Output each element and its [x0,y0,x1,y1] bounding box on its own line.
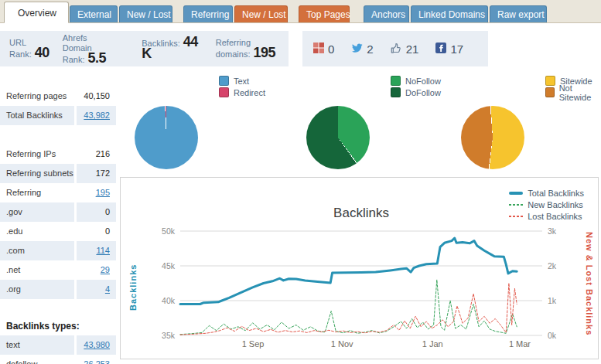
stat-label-line2: Rank:40 [9,48,50,60]
chart-legend-label: Total Backlinks [528,189,584,198]
chart-legend-new-backlinks: New Backlinks [509,199,584,210]
metric-label: .net [0,260,74,280]
chart-legend-label: New Backlinks [528,200,583,209]
stat-backlinks: Backlinks:44 K [142,31,203,66]
social-count-delicious: 0 [313,43,334,56]
stat-rank: URLRank:40 [9,31,50,66]
metric-value-link[interactable]: 43,982 [84,111,110,120]
metric-label: Total Backlinks [0,106,74,125]
metric-label: .edu [0,222,74,241]
metric-row-gov: .gov0 [0,202,116,222]
metric-value: 26,253 [77,355,116,364]
twitter-icon [351,43,363,55]
metric-value: 0 [77,202,116,222]
metric-row-referring-pages: Referring pages40,150 [0,87,116,106]
chart-legend-sample [509,216,523,217]
metric-value-link[interactable]: 43,980 [84,340,110,349]
pie-legend-follow-split: NoFollowDoFollow [391,75,441,98]
stat-value: 44 K [142,34,198,61]
social-counters-bar: 022117 [302,31,488,66]
series-lost-backlinks [180,284,517,335]
metric-row-org: .org4 [0,280,116,299]
legend-swatch [545,76,555,86]
metric-value-link[interactable]: 26,253 [84,359,110,364]
chart-title: Backlinks [180,206,542,221]
legend-swatch [391,87,401,97]
tab-top-pages[interactable]: Top Pages [299,5,350,22]
metric-label: dofollow [0,355,74,364]
metric-label: Referring pages [0,87,74,106]
left-axis-tick: 45k [162,261,176,270]
pie-legend-backlink-kind: TextRedirect [219,75,265,98]
metric-label: Referring domains [0,183,74,202]
metric-label: .gov [0,202,74,222]
legend-swatch [219,76,229,86]
legend-entry-nofollow: NoFollow [391,75,441,87]
legend-label: Not Sitewide [559,83,601,102]
metrics-sidebar: Referring pages40,150Total Backlinks43,9… [0,87,116,364]
left-axis-tick: 40k [162,296,176,305]
metric-row-net: .net29 [0,260,116,280]
legend-label: Redirect [234,88,265,97]
stat-domain-rank: AhrefsDomain Rank:5.5 [63,31,128,66]
stat-label-line2: domains:195 [216,48,275,60]
social-count-value: 21 [406,43,419,56]
tab-raw-export[interactable]: Raw export [490,5,547,22]
series-total-backlinks [180,238,517,304]
social-count-twitter: 2 [351,43,373,56]
metric-value-link[interactable]: 114 [96,246,110,255]
metric-value-link[interactable]: 29 [101,265,110,274]
metric-value: 4 [77,280,116,299]
right-axis-tick: 2k [548,261,557,270]
metric-row-referring-domains: Referring domains195 [0,183,116,202]
legend-entry-not-sitewide: Not Sitewide [545,87,601,98]
metric-value-link[interactable]: 4 [105,284,110,294]
stat-label-line2: Domain Rank:5.5 [63,43,128,65]
tab-new-lost[interactable]: New / Lost [234,5,288,22]
right-axis-tick: 0k [548,331,557,340]
metric-value: 114 [77,241,116,260]
legend-label: Text [234,77,249,86]
chart-legend-lost-backlinks: Lost Backlinks [509,210,584,222]
stat-label-line2: Backlinks:44 K [142,37,203,60]
legend-swatch [391,76,401,86]
tab-anchors[interactable]: Anchors [364,5,409,22]
metric-row-total-backlinks: Total Backlinks43,982 [0,106,116,125]
metric-label: Referring subnets [0,164,74,183]
legend-entry-text: Text [219,75,265,87]
tab-referring[interactable]: Referring [183,5,233,22]
metric-row-com: .com114 [0,241,116,260]
pie-legend-sitewide-split: SitewideNot Sitewide [545,75,601,98]
legend-label: DoFollow [405,88,441,97]
chart-legend-sample [509,204,523,206]
backlinks-chart: Backlinks Total BacklinksNew BacklinksLo… [120,177,599,359]
left-axis-label: Backlinks [128,264,138,311]
chart-legend-label: Lost Backlinks [528,212,582,221]
legend-swatch [545,87,555,97]
metric-value: 29 [77,260,116,280]
sidebar-gap [0,299,116,316]
legend-entry-dofollow: DoFollow [391,87,441,98]
legend-entry-redirect: Redirect [219,87,265,98]
x-axis-tick: 1 Sep [242,339,265,349]
delicious-icon [313,43,324,55]
chart-legend-total-backlinks: Total Backlinks [509,187,584,199]
social-count-like: 21 [391,43,419,56]
social-count-value: 17 [450,43,463,56]
tab-external[interactable]: External [70,5,118,22]
sidebar-gap [0,125,116,145]
metric-row-dofollow: dofollow26,253 [0,355,116,364]
tab-new-lost[interactable]: New / Lost [119,5,172,22]
metric-label: text [0,335,74,355]
metric-value-link[interactable]: 195 [96,188,110,197]
metric-row-referring-subnets: Referring subnets172 [0,164,116,183]
x-axis-tick: 1 Mar [509,339,531,349]
stat-domains: Referringdomains:195 [216,31,275,66]
sidebar-section-header: Backlinks types: [0,316,116,335]
social-count-value: 2 [367,43,373,56]
tab-overview[interactable]: Overview [4,2,69,23]
stat-value: 5.5 [88,50,107,66]
chart-legend-sample [509,192,523,195]
tab-linked-domains[interactable]: Linked Domains [411,5,488,22]
pie-chart-backlink-kind [135,106,198,169]
